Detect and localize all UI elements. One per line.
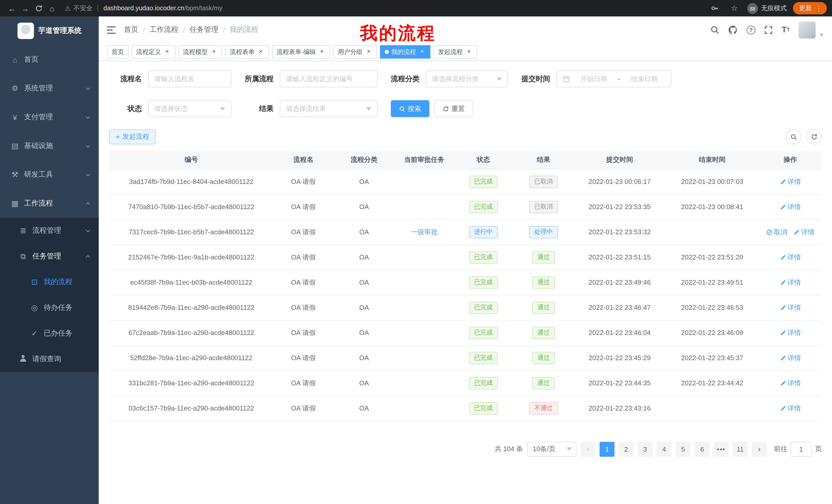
github-icon[interactable] <box>728 25 738 35</box>
tab-label: 流程表单 <box>230 48 255 56</box>
cell-submit-time: 2022-01-22 23:46:47 <box>574 295 666 320</box>
detail-action-link[interactable]: 详情 <box>780 379 801 388</box>
sidebar-item-home[interactable]: ⌂ 首页 <box>0 45 99 74</box>
process-name-input[interactable] <box>148 71 231 87</box>
sidebar-item-my-process[interactable]: ⊡ 我的流程 <box>0 269 99 295</box>
breadcrumb-home[interactable]: 首页 <box>124 25 138 34</box>
pencil-icon <box>780 304 786 311</box>
close-icon[interactable]: × <box>318 48 326 55</box>
toggle-search-button[interactable] <box>786 129 801 144</box>
avatar[interactable] <box>799 21 815 38</box>
create-process-button[interactable]: + 发起流程 <box>109 129 156 144</box>
detail-action-link[interactable]: 详情 <box>780 403 801 413</box>
date-separator: - <box>618 75 620 83</box>
browser-menu-icon[interactable]: ⋮ <box>815 4 822 12</box>
current-task-link[interactable]: 一级审批 <box>411 228 438 235</box>
tab-home[interactable]: 首页 <box>107 45 129 59</box>
detail-action-link[interactable]: 详情 <box>780 328 801 337</box>
close-icon[interactable]: × <box>365 48 372 55</box>
result-tag: 不通过 <box>529 402 558 414</box>
bookmark-star-icon[interactable]: ☆ <box>728 2 741 15</box>
sidebar-item-task-management[interactable]: ⧉ 任务管理 <box>0 244 99 269</box>
parent-process-input[interactable] <box>280 71 378 87</box>
page-ellipsis-button[interactable]: ••• <box>714 442 729 456</box>
hamburger-menu-icon[interactable] <box>107 26 116 34</box>
page-button[interactable]: 1 <box>600 442 615 456</box>
cell-submit-time: 2022-01-22 23:45:29 <box>574 345 666 370</box>
page-button[interactable]: 6 <box>695 442 710 456</box>
result-tag: 通过 <box>532 276 555 288</box>
back-button[interactable]: ← <box>5 2 19 15</box>
sidebar-item-label: 基础设施 <box>24 141 53 150</box>
tab-process-model[interactable]: 流程模型× <box>178 45 222 59</box>
sidebar-item-system[interactable]: ⚙ 系统管理 <box>0 74 99 103</box>
page-button[interactable]: 5 <box>676 442 691 456</box>
page-button[interactable]: 4 <box>657 442 672 456</box>
tab-process-form-edit[interactable]: 流程表单-编辑× <box>272 45 330 59</box>
tab-user-group[interactable]: 用户分组× <box>333 45 377 59</box>
tags-bar: 首页 流程定义× 流程模型× 流程表单× 流程表单-编辑× 用户分组× 我的流程… <box>99 43 832 61</box>
fullscreen-icon[interactable] <box>764 25 773 34</box>
status-select[interactable]: 请选择状态 <box>148 100 231 117</box>
page-size-select[interactable]: 10条/页 <box>527 442 576 456</box>
sidebar-item-process-management[interactable]: ≣ 流程管理 <box>0 218 99 244</box>
close-icon[interactable]: × <box>210 48 217 55</box>
detail-action-link[interactable]: 详情 <box>794 227 814 236</box>
breadcrumb-workflow[interactable]: 工作流程 <box>150 25 178 34</box>
refresh-button[interactable] <box>32 2 45 15</box>
sidebar-item-payment[interactable]: ¥ 支付管理 <box>0 103 99 132</box>
home-button[interactable]: ⌂ <box>45 2 59 15</box>
sidebar-item-infrastructure[interactable]: ▤ 基础设施 <box>0 132 99 160</box>
tab-process-definition[interactable]: 流程定义× <box>132 45 175 59</box>
detail-action-link[interactable]: 详情 <box>780 303 801 312</box>
breadcrumb-task-management[interactable]: 任务管理 <box>190 25 218 34</box>
cell-process-category: OA <box>333 169 395 194</box>
close-icon[interactable]: × <box>419 48 426 55</box>
sidebar-item-devtools[interactable]: ⚒ 研发工具 <box>0 160 99 189</box>
app-logo[interactable]: 芋道管理系统 <box>0 17 99 45</box>
tab-start-process[interactable]: 发起流程× <box>434 45 477 59</box>
sidebar-item-leave-query[interactable]: 请假查询 <box>0 346 99 372</box>
category-select[interactable]: 请选择流程分类 <box>426 71 508 87</box>
chevron-down-icon <box>86 86 90 90</box>
page-button[interactable]: 3 <box>638 442 653 456</box>
forward-button[interactable]: → <box>19 2 32 15</box>
key-icon[interactable] <box>708 2 722 15</box>
status-tag: 已完成 <box>469 251 498 263</box>
detail-action-link[interactable]: 详情 <box>780 353 801 362</box>
tab-process-form[interactable]: 流程表单× <box>225 45 269 59</box>
help-icon[interactable]: ? <box>747 25 755 34</box>
detail-action-link[interactable]: 详情 <box>780 278 801 287</box>
result-tag: 通过 <box>532 327 555 339</box>
font-size-icon[interactable]: TT <box>782 26 790 34</box>
sidebar-item-todo-tasks[interactable]: ◎ 待办任务 <box>0 295 99 320</box>
cell-status: 已完成 <box>453 270 513 295</box>
reset-button[interactable]: 重置 <box>435 100 473 117</box>
submit-time-range-picker[interactable]: 开始日期 - 结束日期 <box>556 71 672 87</box>
tab-my-process[interactable]: 我的流程× <box>380 45 431 59</box>
sidebar-item-done-tasks[interactable]: ✓ 已办任务 <box>0 320 99 346</box>
result-select[interactable]: 请选择流结果 <box>280 100 378 117</box>
prev-page-button[interactable]: ‹ <box>580 442 595 456</box>
sidebar-item-label: 待办任务 <box>44 303 73 312</box>
sidebar-item-workflow[interactable]: ▦ 工作流程 <box>0 189 99 218</box>
detail-action-link[interactable]: 详情 <box>780 202 801 212</box>
close-icon[interactable]: × <box>163 48 171 55</box>
refresh-table-button[interactable] <box>806 129 822 144</box>
page-button[interactable]: 2 <box>619 442 633 456</box>
detail-action-link[interactable]: 详情 <box>780 253 801 262</box>
next-page-button[interactable]: › <box>752 442 767 456</box>
cancel-action-link[interactable]: 取消 <box>766 227 787 236</box>
close-icon[interactable]: × <box>257 48 264 55</box>
page-content: 流程名 所属流程 流程分类 请选择流程分类 <box>99 61 832 504</box>
search-icon[interactable] <box>710 25 719 34</box>
detail-action-link[interactable]: 详情 <box>780 177 801 186</box>
cell-current-task <box>395 245 453 270</box>
search-button[interactable]: 搜索 <box>391 100 430 117</box>
page-button[interactable]: 11 <box>733 442 748 456</box>
goto-page-input[interactable] <box>790 442 812 456</box>
update-button[interactable]: 更新 ⋮ <box>793 2 827 15</box>
close-icon[interactable]: × <box>465 48 473 55</box>
refresh-icon <box>35 4 43 12</box>
address-bar[interactable]: ⚠ 不安全 dashboard.yudao.iocoder.cn/bpm/tas… <box>65 4 223 12</box>
